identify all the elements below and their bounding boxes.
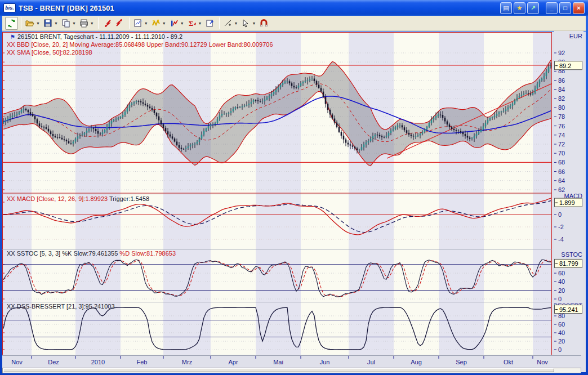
horizontal-scrollbar[interactable] xyxy=(2,368,581,373)
sstoc-label-value: XX SSTOC [5, 3, 3] %K Slow:79.461355 xyxy=(7,250,118,257)
svg-text:40: 40 xyxy=(558,278,565,285)
template-icon xyxy=(206,19,215,28)
svg-text:20: 20 xyxy=(558,287,565,294)
template-button[interactable] xyxy=(204,17,216,30)
print-icon xyxy=(79,19,89,28)
refresh-icon xyxy=(7,19,16,28)
current-value-box: 89.2 xyxy=(555,61,582,70)
dropdown-arrow-icon: ▼ xyxy=(144,21,148,25)
chartprev-icon xyxy=(103,19,112,28)
window-controls: ▤★↗_□× xyxy=(498,2,585,14)
svg-text:82: 82 xyxy=(558,95,565,102)
signals-button[interactable]: Σ▼ xyxy=(186,17,203,30)
sstoc-d-label: %D Slow:81.798653 xyxy=(119,250,176,257)
svg-text:78: 78 xyxy=(558,113,565,120)
month-label: Mrz xyxy=(182,359,192,365)
magnet-icon xyxy=(259,19,269,28)
svg-text:74: 74 xyxy=(558,132,565,139)
month-label: Feb xyxy=(137,359,148,365)
favorites-button[interactable]: ★ xyxy=(514,2,525,14)
month-label: Nov xyxy=(537,359,548,365)
svg-text:84: 84 xyxy=(558,86,565,93)
window-list-button[interactable]: ▤ xyxy=(500,2,512,14)
dropdown-arrow-icon: ▼ xyxy=(162,21,166,25)
magnet-button[interactable] xyxy=(258,17,270,30)
toolbar-separator xyxy=(129,17,130,29)
dss-indicator-label: XX DSS-BRESSERT [21, 3]:95.241003 xyxy=(7,303,115,310)
dropdown-arrow-icon: ▼ xyxy=(198,21,202,25)
month-label: Okt xyxy=(504,359,513,365)
month-label: Jun xyxy=(320,359,330,365)
period-button[interactable]: ▼ xyxy=(150,17,167,30)
refresh-button[interactable] xyxy=(5,17,18,30)
cursor-icon xyxy=(241,19,251,28)
current-value-box: 81.799 xyxy=(555,259,582,267)
period-icon xyxy=(152,19,161,28)
svg-text:60: 60 xyxy=(558,321,565,328)
month-label: Dez xyxy=(48,359,59,365)
time-axis[interactable]: NovDez2010FebMrzAprMaiJunJulAugSepOktNov xyxy=(2,355,581,367)
chart-link-button[interactable]: ↗ xyxy=(527,2,539,14)
chart-next-button[interactable] xyxy=(114,17,126,30)
month-label: Aug xyxy=(411,359,422,365)
value-axis[interactable]: EUR9290888684828078767472706866646289.2M… xyxy=(554,31,583,355)
dropdown-arrow-icon: ▼ xyxy=(180,21,184,25)
chart-prev-button[interactable] xyxy=(101,17,113,30)
svg-text:76: 76 xyxy=(558,123,565,130)
sma-indicator-label: XX SMA [Close, 50]:82.208198 xyxy=(7,49,92,56)
series-flag-icon: ⚑ xyxy=(10,34,15,40)
svg-text:68: 68 xyxy=(558,159,565,166)
close-button[interactable]: × xyxy=(573,2,585,14)
line-icon xyxy=(224,19,233,28)
svg-text:95.241: 95.241 xyxy=(559,306,578,313)
svg-text:40: 40 xyxy=(558,329,565,336)
svg-text:72: 72 xyxy=(558,141,565,148)
svg-text:81.799: 81.799 xyxy=(559,260,578,267)
dropdown-arrow-icon: ▼ xyxy=(54,21,58,25)
chart-client-area: EUR9290888684828078767472706866646289.2M… xyxy=(2,32,586,372)
indicator-icon xyxy=(170,19,179,28)
dropdown-arrow-icon: ▼ xyxy=(234,21,238,25)
copy-button[interactable]: ▼ xyxy=(60,17,77,30)
toolbar-separator xyxy=(219,17,220,29)
macd-indicator-label: XX MACD [Close, 12, 26, 9]:1.89923 Trigg… xyxy=(7,195,149,202)
app-icon-text: bis. xyxy=(5,5,14,11)
title-bar[interactable]: bis. TSB - BRENT [DBK] 261501 ▤★↗_□× xyxy=(0,0,588,16)
cursor-button[interactable]: ▼ xyxy=(240,17,257,30)
window-title: TSB - BRENT [DBK] 261501 xyxy=(19,4,498,12)
instrument-header: ⚑261501 BRENT, Tageschart - 11.11.2009 -… xyxy=(10,33,182,40)
chart-type-button[interactable]: ▼ xyxy=(132,17,149,30)
svg-text:92: 92 xyxy=(558,50,565,56)
current-value-box: 95.241 xyxy=(555,305,582,314)
svg-text:EUR: EUR xyxy=(569,33,582,39)
current-value-box: 1.899 xyxy=(555,198,582,207)
app-icon: bis. xyxy=(3,3,16,12)
dropdown-arrow-icon: ▼ xyxy=(90,21,94,25)
app-window: bis. TSB - BRENT [DBK] 261501 ▤★↗_□× ▼▼▼… xyxy=(0,0,588,375)
svg-text:-2: -2 xyxy=(558,224,564,230)
svg-text:80: 80 xyxy=(558,104,565,111)
svg-text:89.2: 89.2 xyxy=(559,62,571,69)
svg-text:1.899: 1.899 xyxy=(559,199,575,206)
chartnext-icon xyxy=(115,19,125,28)
open-button[interactable]: ▼ xyxy=(24,17,41,30)
svg-text:Σ: Σ xyxy=(189,19,194,28)
dropdown-arrow-icon: ▼ xyxy=(36,21,40,25)
draw-line-button[interactable]: ▼ xyxy=(222,17,239,30)
month-label: 2010 xyxy=(91,359,105,365)
sstoc-indicator-label: XX SSTOC [5, 3, 3] %K Slow:79.461355 %D … xyxy=(7,250,176,257)
svg-text:0: 0 xyxy=(558,346,562,353)
maximize-button[interactable]: □ xyxy=(559,2,571,14)
dropdown-arrow-icon: ▼ xyxy=(252,21,256,25)
indicators-button[interactable]: ▼ xyxy=(168,17,185,30)
macd-trigger-label: Trigger:1.5458 xyxy=(109,195,149,202)
svg-text:SSTOC: SSTOC xyxy=(561,251,582,258)
minimize-button[interactable]: _ xyxy=(546,2,558,14)
save-button[interactable]: ▼ xyxy=(42,17,59,30)
print-button[interactable]: ▼ xyxy=(78,17,95,30)
bbd-indicator-label: XX BBD [Close, 20, 2] Moving Average:85.… xyxy=(7,41,273,48)
charttype-icon xyxy=(133,19,143,28)
toolbar-separator xyxy=(21,17,21,29)
scrollbar-thumb[interactable] xyxy=(3,368,554,372)
macd-label-value: XX MACD [Close, 12, 26, 9]:1.89923 xyxy=(7,195,108,202)
